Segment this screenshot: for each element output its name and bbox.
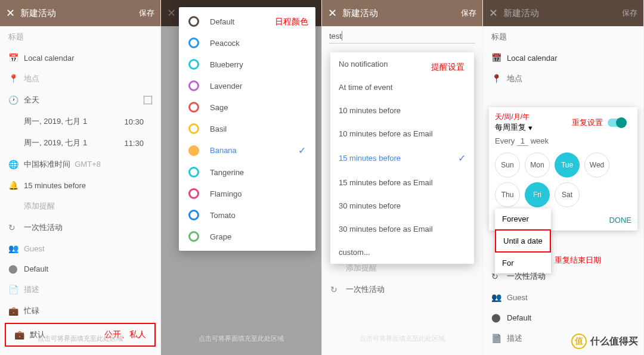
end-datetime[interactable]: 周一, 2019, 七月 111:30	[0, 132, 160, 154]
reminder-option[interactable]: 15 minutes before✓	[330, 145, 474, 171]
location-icon: 📍	[8, 74, 24, 83]
day-fri[interactable]: Fri	[525, 182, 550, 207]
title-input[interactable]: 标题	[483, 26, 643, 48]
end-option-until-date[interactable]: Until a date	[495, 229, 551, 253]
color-option-tangerine[interactable]: Tangerine	[179, 161, 315, 183]
color-swatch-icon	[188, 80, 199, 91]
color-row[interactable]: ⬤Default	[483, 307, 643, 328]
footer-hint: 点击可将界面填充至此处区域	[161, 334, 321, 343]
panel-color-picker: ✕ 新建活动 保存 DefaultPeacockBlueberryLavende…	[161, 0, 322, 355]
reminder-option[interactable]: 30 minutes before	[330, 194, 474, 217]
reminder-option[interactable]: 30 minutes before as Email	[330, 217, 474, 241]
color-swatch-icon	[188, 231, 199, 242]
end-annotation: 重复结束日期	[555, 255, 601, 266]
repeat-icon: ↻	[8, 223, 24, 232]
reminder-option[interactable]: At time of event	[330, 76, 474, 99]
reminder-annotation: 提醒设置	[431, 62, 465, 73]
color-dot-icon: ⬤	[8, 264, 24, 273]
color-swatch-icon	[188, 188, 199, 199]
color-swatch-icon	[188, 16, 199, 27]
color-option-grape[interactable]: Grape	[179, 226, 315, 247]
people-icon: 👥	[8, 244, 24, 253]
panel-repeat-settings: ✕ 新建活动 保存 标题 📅Local calendar 📍地点 天/周/月/年…	[483, 0, 644, 355]
reminder-option[interactable]: 10 minutes before	[330, 99, 474, 122]
title-input[interactable]: 标题	[0, 26, 160, 48]
calendar-row[interactable]: 📅Local calendar	[0, 48, 160, 68]
header: ✕ 新建活动 保存	[0, 0, 160, 26]
title-input[interactable]: test	[329, 29, 475, 43]
every-input[interactable]: 1	[517, 136, 528, 146]
reminder-row[interactable]: 🔔15 minutes before	[0, 175, 160, 195]
color-row[interactable]: ⬤Default	[0, 259, 160, 279]
watermark-badge-icon: 值	[571, 334, 587, 349]
color-option-banana[interactable]: Banana✓	[179, 139, 315, 161]
bell-icon: 🔔	[8, 180, 24, 190]
color-option-basil[interactable]: Basil	[179, 118, 315, 139]
globe-icon: 🌐	[8, 160, 24, 169]
guest-row[interactable]: 👥Guest	[483, 287, 643, 307]
busy-row[interactable]: 💼忙碌	[0, 300, 160, 322]
day-mon[interactable]: Mon	[525, 152, 550, 178]
repeat-row[interactable]: ↻一次性活动	[322, 279, 482, 300]
color-option-lavender[interactable]: Lavender	[179, 75, 315, 96]
clock-icon: 🕐	[8, 95, 24, 105]
guest-row[interactable]: 👥Guest	[0, 238, 160, 259]
close-icon[interactable]: ✕	[489, 7, 503, 20]
briefcase-icon: 💼	[8, 306, 24, 316]
done-button[interactable]: DONE	[609, 216, 631, 225]
description-row[interactable]: 📄描述	[0, 279, 160, 300]
every-row: Every 1 week	[489, 134, 637, 148]
color-option-peacock[interactable]: Peacock	[179, 32, 315, 54]
repeat-row[interactable]: ↻一次性活动	[483, 266, 643, 287]
calendar-icon: 📅	[8, 53, 24, 63]
reminder-option[interactable]: 15 minutes before as Email	[330, 171, 474, 194]
day-sun[interactable]: Sun	[495, 152, 520, 178]
color-swatch-icon	[188, 145, 199, 156]
reminder-option[interactable]: 10 minutes before as Email	[330, 122, 474, 145]
footer-hint: 点击可将界面填充至此处区域	[0, 334, 160, 343]
color-swatch-icon	[188, 210, 199, 220]
location-row[interactable]: 📍地点	[0, 68, 160, 89]
day-wed[interactable]: Wed	[584, 152, 609, 178]
repeat-frequency-dropdown[interactable]: 每周重复▾	[495, 122, 572, 133]
close-icon[interactable]: ✕	[328, 7, 342, 20]
panel-new-event: ✕ 新建活动 保存 标题 📅Local calendar 📍地点 🕐全天 周一,…	[0, 0, 161, 355]
end-option-forever[interactable]: Forever	[495, 208, 551, 229]
watermark: 值 什么值得买	[571, 334, 638, 349]
day-thu[interactable]: Thu	[495, 182, 520, 207]
save-button[interactable]: 保存	[139, 8, 154, 18]
color-dialog: DefaultPeacockBlueberryLavenderSageBasil…	[179, 7, 315, 251]
color-swatch-icon	[188, 59, 199, 70]
color-option-blueberry[interactable]: Blueberry	[179, 54, 315, 75]
color-swatch-icon	[188, 102, 199, 113]
allday-checkbox[interactable]	[144, 96, 152, 104]
add-reminder[interactable]: 添加提醒	[0, 195, 160, 217]
location-row[interactable]: 📍地点	[483, 68, 643, 89]
day-tue[interactable]: Tue	[555, 152, 580, 178]
header: ✕ 新建活动 保存	[483, 0, 643, 26]
repeat-toggle[interactable]	[608, 119, 626, 127]
calendar-row[interactable]: 📅Local calendar	[483, 48, 643, 68]
header-title: 新建活动	[20, 8, 139, 19]
add-reminder[interactable]: 添加提醒	[322, 257, 482, 279]
color-annotation: 日程颜色	[275, 17, 308, 27]
day-sat[interactable]: Sat	[555, 182, 580, 207]
color-option-sage[interactable]: Sage	[179, 96, 315, 118]
panel-reminder-picker: ✕ 新建活动 保存 test No notificationAt time of…	[322, 0, 483, 355]
header: ✕ 新建活动 保存	[322, 0, 482, 26]
reminder-dialog: No notificationAt time of event10 minute…	[330, 52, 474, 264]
check-icon: ✓	[458, 152, 466, 164]
footer-hint: 点击可将界面填充至此处区域	[322, 334, 482, 343]
color-swatch-icon	[188, 167, 199, 178]
color-option-flamingo[interactable]: Flamingo	[179, 183, 315, 204]
allday-row[interactable]: 🕐全天	[0, 89, 160, 111]
repeat-icon: ↻	[330, 285, 346, 294]
repeat-freq-annotation: 天/周/月/年	[495, 112, 572, 122]
close-icon[interactable]: ✕	[6, 7, 20, 20]
color-swatch-icon	[188, 123, 199, 134]
color-option-tomato[interactable]: Tomato	[179, 204, 315, 226]
timezone-row[interactable]: 🌐中国标准时间 GMT+8	[0, 154, 160, 175]
repeat-annotation: 重复设置	[572, 117, 603, 128]
repeat-row[interactable]: ↻一次性活动	[0, 217, 160, 238]
start-datetime[interactable]: 周一, 2019, 七月 110:30	[0, 111, 160, 132]
